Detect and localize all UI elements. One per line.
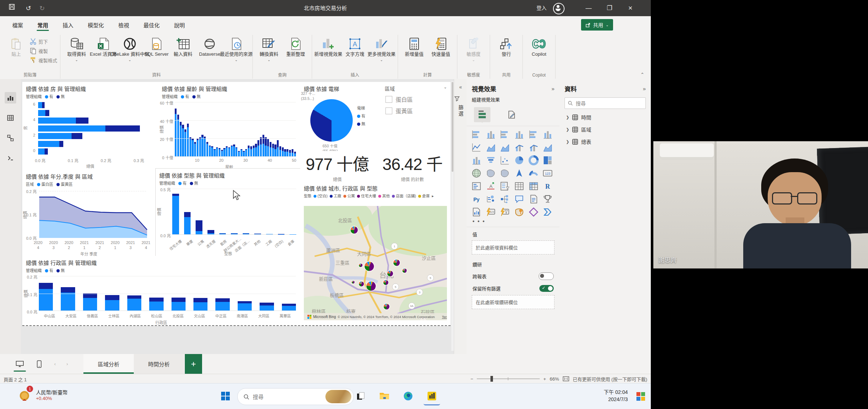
tray-app-icon[interactable]: [634, 389, 648, 404]
visual-type-100-stacked-bar-chart[interactable]: [528, 129, 539, 140]
slicer-option-蛋黃區[interactable]: 蛋黃區: [381, 105, 451, 116]
visual-type-flow-visual[interactable]: [542, 207, 553, 217]
ribbon-button-重新整理[interactable]: 重新整理: [282, 36, 309, 58]
visual-district[interactable]: 總價 依據 行政區 與 管理組織管理組織有無0.0 兆0.1 兆0.2 兆總價行…: [22, 256, 300, 325]
keep-filters-toggle[interactable]: [539, 285, 554, 292]
visual-type-powerapps-visual[interactable]: [528, 207, 539, 217]
file-explorer-button[interactable]: [376, 388, 393, 404]
ribbon-button-發行[interactable]: 發行: [493, 36, 520, 58]
canvas-scrollbar[interactable]: [451, 81, 454, 351]
restore-button[interactable]: ❐: [601, 0, 618, 16]
visual-type-power-apps[interactable]: 123: [485, 207, 496, 217]
taskbar-search-input[interactable]: 搜尋: [237, 388, 354, 405]
edge-browser-button[interactable]: [400, 388, 416, 404]
ribbon-tab-模型化[interactable]: 模型化: [86, 16, 106, 32]
start-button[interactable]: [217, 388, 234, 404]
table-view-icon[interactable]: [5, 112, 16, 124]
collapse-viz-pane-icon[interactable]: »: [552, 86, 554, 92]
format-visual-tab[interactable]: [507, 110, 516, 119]
visual-type-stacked-bar-chart[interactable]: [471, 129, 482, 140]
ribbon-tab-檔案[interactable]: 檔案: [10, 16, 25, 32]
ribbon-button-Dataverse[interactable]: Dataverse: [196, 36, 223, 58]
ribbon-button-取得資料[interactable]: 取得資料⌄: [63, 36, 90, 63]
bing-map[interactable]: 133A551北投區蘆洲區大同區三重區新莊區板橋區樹林區枋寮土城區汐止區石碇區台…: [304, 206, 447, 320]
report-view-icon[interactable]: [5, 92, 16, 104]
visual-type-scatter-chart[interactable]: [499, 155, 510, 166]
expand-filters-icon[interactable]: «: [454, 79, 467, 93]
ribbon-button-OneLake 資料中樞[interactable]: OneLake 資料中樞⌄: [117, 36, 143, 63]
visual-type-map[interactable]: [471, 168, 482, 179]
visual-type-table[interactable]: [514, 181, 525, 192]
sign-in-button[interactable]: 登入: [536, 0, 547, 16]
values-field-well[interactable]: 於此處新增資料欄位: [472, 240, 554, 254]
share-button[interactable]: 共用 ⌄: [581, 19, 613, 31]
account-avatar-icon[interactable]: [553, 3, 565, 14]
slicer-option-蛋白區[interactable]: 蛋白區: [381, 93, 451, 105]
visual-type-shape-map[interactable]: [499, 168, 510, 179]
visual-type-line-clustered-column-chart[interactable]: [528, 142, 539, 153]
update-available-notice[interactable]: 已有更新可供使用 (按一下即可下載): [573, 376, 647, 382]
visual-type-clustered-column-chart[interactable]: [514, 129, 525, 140]
visual-type-paginated-report[interactable]: [471, 207, 482, 217]
visual-type-treemap[interactable]: [542, 155, 553, 166]
visual-type-line-stacked-column-chart[interactable]: [514, 142, 525, 153]
data-table-區域[interactable]: ❯ 區域: [559, 123, 651, 135]
visual-type-gauge[interactable]: [528, 168, 539, 179]
close-button[interactable]: ×: [622, 0, 639, 16]
zoom-slider[interactable]: [477, 378, 540, 379]
visual-kpi-total[interactable]: 977 十億總價: [300, 151, 374, 182]
ribbon-tab-最佳化[interactable]: 最佳化: [141, 16, 162, 32]
ribbon-button-SQL Server[interactable]: SQL Server: [143, 36, 170, 58]
zoom-in-icon[interactable]: +: [543, 376, 546, 382]
visual-quarter[interactable]: 總價 依據 年分,季度 與 區域區域蛋白區蛋黃區 0.0 兆0.1 兆0.2 兆…: [22, 170, 155, 256]
visual-type-clustered-bar-chart[interactable]: [499, 129, 510, 140]
visual-type-area-chart[interactable]: [485, 142, 496, 153]
minimize-button[interactable]: —: [580, 0, 597, 16]
more-visuals-ellipsis[interactable]: • • •: [467, 218, 559, 227]
taskbar-clock[interactable]: 下午 02:04 2024/7/3: [604, 389, 628, 403]
report-page[interactable]: 總價 依據 房 與 管理組織管理組織有無6420房0.0 兆0.1 兆0.2 兆…: [22, 82, 451, 326]
desktop-view-button[interactable]: [10, 354, 29, 374]
ribbon-tab-常用[interactable]: 常用: [35, 16, 50, 32]
next-page-arrow[interactable]: ›: [61, 354, 73, 374]
visual-type-metrics[interactable]: [542, 194, 553, 204]
visual-type-stacked-column-chart[interactable]: [485, 129, 496, 140]
page-tab-區域分析[interactable]: 區域分析: [83, 354, 134, 374]
visual-type-slicer[interactable]: [499, 181, 510, 192]
visual-type-100-stacked-column-chart[interactable]: [542, 129, 553, 140]
visual-rooms[interactable]: 總價 依據 房 與 管理組織管理組織有無6420房0.0 兆0.1 兆0.2 兆…: [22, 82, 158, 170]
data-search-input[interactable]: 搜尋: [565, 97, 646, 109]
visual-type[interactable]: 總價 依據 型態 與 管理組織管理組織有無0.0 兆0.5 兆總價型態住宅大樓華…: [155, 168, 301, 257]
ribbon-button-新增量值[interactable]: 新增量值: [401, 36, 428, 58]
ribbon-tab-檢視[interactable]: 檢視: [116, 16, 131, 32]
visual-type-power-automate[interactable]: [499, 207, 510, 217]
visual-kpi-count[interactable]: 36.42 千總價 的計數: [374, 151, 451, 182]
task-view-button[interactable]: [352, 388, 369, 404]
ribbon-button-快速量值[interactable]: 快速量值: [428, 36, 454, 58]
visual-type-decomposition-tree[interactable]: [499, 194, 510, 204]
ribbon-button-文字方塊[interactable]: A文字方塊: [342, 36, 368, 58]
visual-type-matrix[interactable]: [528, 181, 539, 192]
ribbon-button-輸入資料[interactable]: 輸入資料: [170, 36, 196, 58]
visual-type-waterfall-chart[interactable]: [471, 155, 482, 166]
widgets-button[interactable]: 1 人民幣/新臺幣 +0.40%: [17, 387, 68, 402]
visual-type-azure-map[interactable]: [514, 168, 525, 179]
visual-type-ribbon-chart[interactable]: [542, 142, 553, 153]
visual-type-python-visual[interactable]: Py: [471, 194, 482, 204]
visual-type-card[interactable]: 123: [542, 168, 553, 179]
visual-type-arcgis-map[interactable]: [514, 207, 525, 217]
ribbon-button-更多視覺效果[interactable]: 更多視覺效果⌄: [368, 36, 395, 63]
ribbon-button-新增視覺效果[interactable]: 新增視覺效果: [315, 36, 342, 58]
dax-query-view-icon[interactable]: [5, 152, 16, 164]
visual-type-line-chart[interactable]: [471, 142, 482, 153]
visual-type-filled-map[interactable]: [485, 168, 496, 179]
ribbon-tab-插入[interactable]: 插入: [60, 16, 76, 32]
power-bi-taskbar-button[interactable]: [424, 388, 440, 405]
data-table-時間[interactable]: ❯ 時間: [559, 111, 651, 123]
visual-type-r-script-visual[interactable]: R: [542, 181, 553, 192]
build-visual-tab[interactable]: [474, 107, 490, 122]
visual-age[interactable]: 總價 依據 屋齡 與 管理組織管理組織有無0 十億20 十億40 十億60 十億…: [158, 82, 300, 170]
ribbon-tab-說明[interactable]: 說明: [172, 16, 187, 32]
visual-map[interactable]: 總價 依據 城市, 行政區 與 型態型態(空白)工廠公寓住宅大樓其他店面（店鋪)…: [300, 181, 451, 325]
visual-type-q-and-a[interactable]: [514, 194, 525, 204]
